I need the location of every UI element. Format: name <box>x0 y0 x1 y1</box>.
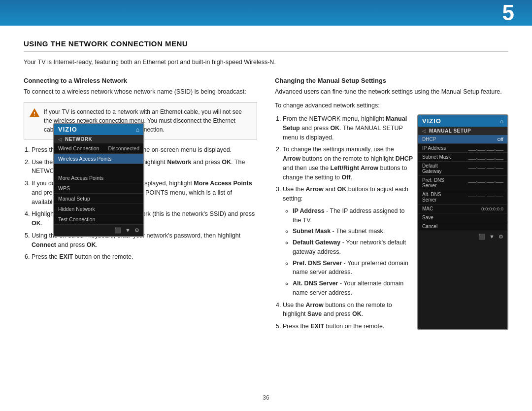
para-manual-2: To change advanced network settings: <box>275 101 508 110</box>
tv-body: Wired Connection Disconnected Wireless A… <box>54 143 143 225</box>
tv-wireless-label: Wireless Access Points <box>58 156 112 162</box>
tv-wired-label: Wired Connection <box>58 145 99 151</box>
tv-footer-icon-1: ⬛ <box>114 227 121 234</box>
tv2-gateway-label: DefaultGateway <box>422 163 441 174</box>
subsection-wireless: Connecting to a Wireless Network <box>24 77 257 84</box>
step-6: Press the EXIT button on the remote. <box>32 252 257 262</box>
tv2-mac-value: 0:0:0:0:0:0 <box>481 206 503 211</box>
tv-row-hidden: Hidden Network <box>54 204 143 214</box>
tv-footer-icon-2: ▼ <box>125 227 131 234</box>
tv-row-more: More Access Points <box>54 173 143 183</box>
tv-row-manual: Manual Setup <box>54 194 143 204</box>
tv-hidden-label: Hidden Network <box>58 206 95 212</box>
tv-gap <box>54 164 143 173</box>
tv2-row-cancel: Cancel <box>418 222 507 231</box>
tv-wired-value: Disconnected <box>108 145 139 151</box>
page-content: USING THE NETWORK CONNECTION MENU Your T… <box>0 26 532 411</box>
two-column-layout: Connecting to a Wireless Network To conn… <box>24 71 508 390</box>
intro-text: Your TV is Internet-ready, featuring bot… <box>24 58 508 67</box>
right-steps-area: From the NETWORK menu, highlight Manual … <box>275 114 508 335</box>
tv2-header: VIZIO ⌂ <box>418 115 507 127</box>
tv2-row-dhcp: DHCP Off <box>418 135 507 144</box>
tv-submenu-header: ◁ NETWORK <box>54 135 143 143</box>
tv-row-wired: Wired Connection Disconnected <box>54 143 143 154</box>
right-steps-list: From the NETWORK menu, highlight Manual … <box>275 114 413 331</box>
tv-test-label: Test Connection <box>58 216 95 222</box>
tv2-ip-value: ___.___.___.___ <box>468 145 503 151</box>
tv-header: VIZIO ⌂ <box>54 124 143 135</box>
tv2-row-dns-pref: Pref. DNSServer ___.___.___.___ <box>418 176 507 190</box>
tv2-row-mac: MAC 0:0:0:0:0:0 <box>418 205 507 213</box>
tv-screen-manual: VIZIO ⌂ ◁ MANUAL SETUP DHCP Off IP Addr <box>417 114 508 330</box>
tv-manual-label: Manual Setup <box>58 196 90 202</box>
tv2-row-ip: IP Address ___.___.___.___ <box>418 144 507 153</box>
tv2-row-gateway: DefaultGateway ___.___.___.___ <box>418 162 507 176</box>
warning-icon <box>29 107 40 118</box>
right-step-2: To change the settings manually, use the… <box>283 145 413 182</box>
tv2-subnet-value: ___.___.___.___ <box>468 154 503 160</box>
bullet-ip: IP Address - The IP address assigned to … <box>293 206 413 225</box>
tv2-back-arrow: ◁ <box>422 128 426 134</box>
tv-home-icon: ⌂ <box>136 126 139 133</box>
tv-footer-icon-3: ⚙ <box>134 227 139 234</box>
tv2-row-dns-alt: Alt. DNSServer ___.___.___.___ <box>418 190 507 205</box>
tv2-footer-icon-2: ▼ <box>489 234 495 240</box>
subsection-manual: Changing the Manual Setup Settings <box>275 77 508 84</box>
top-bar: 5 <box>0 0 532 26</box>
tv2-dns-pref-value: ___.___.___.___ <box>468 177 503 188</box>
right-step-1: From the NETWORK menu, highlight Manual … <box>283 114 413 142</box>
tv2-gateway-value: ___.___.___.___ <box>468 163 503 174</box>
tv2-row-subnet: Subnet Mask ___.___.___.___ <box>418 153 507 162</box>
page-number: 36 <box>24 394 508 401</box>
tv2-submenu-header: ◁ MANUAL SETUP <box>418 127 507 135</box>
bullet-subnet: Subnet Mask - The subnet mask. <box>293 227 413 236</box>
tv2-dns-alt-label: Alt. DNSServer <box>422 192 441 203</box>
tv2-mac-label: MAC <box>422 206 433 211</box>
bullet-dns-pref: Pref. DNS Server - Your preferred domain… <box>293 259 413 277</box>
section-title: USING THE NETWORK CONNECTION MENU <box>24 39 508 52</box>
bullet-gateway: Default Gateway - Your network's default… <box>293 238 413 257</box>
right-steps-text: From the NETWORK menu, highlight Manual … <box>275 114 413 335</box>
tv2-dhcp-label: DHCP <box>422 137 436 142</box>
tv-row-wps: WPS <box>54 183 143 194</box>
tv2-footer: ⬛ ▼ ⚙ <box>418 231 507 242</box>
tv2-footer-icon-1: ⬛ <box>478 234 485 240</box>
left-column: Connecting to a Wireless Network To conn… <box>24 71 257 390</box>
tv2-row-save: Save <box>418 213 507 222</box>
tv2-body: DHCP Off IP Address ___.___.___.___ Subn… <box>418 135 507 231</box>
tv-row-wireless: Wireless Access Points <box>54 154 143 164</box>
tv2-logo: VIZIO <box>422 117 441 125</box>
tv2-dns-pref-label: Pref. DNSServer <box>422 177 444 188</box>
tv-footer: ⬛ ▼ ⚙ <box>54 225 143 236</box>
tv2-dns-alt-value: ___.___.___.___ <box>468 192 503 203</box>
right-step-3: Use the Arrow and OK buttons to adjust e… <box>283 185 413 297</box>
tv-wps-label: WPS <box>58 185 70 191</box>
chapter-number: 5 <box>502 2 514 24</box>
right-column: Changing the Manual Setup Settings Advan… <box>275 71 508 390</box>
tv-row-test: Test Connection <box>54 214 143 225</box>
tv2-menu-label: MANUAL SETUP <box>429 128 471 134</box>
settings-bullets: IP Address - The IP address assigned to … <box>283 206 413 298</box>
tv2-dhcp-value: Off <box>498 137 504 142</box>
tv2-subnet-label: Subnet Mask <box>422 154 451 160</box>
right-step-4: Use the Arrow buttons on the remote to h… <box>283 301 413 319</box>
tv-more-label: More Access Points <box>58 175 103 181</box>
tv2-footer-icon-3: ⚙ <box>499 234 503 240</box>
tv-logo: VIZIO <box>58 126 77 133</box>
tv2-cancel-label: Cancel <box>422 224 437 229</box>
tv-menu-label: NETWORK <box>65 137 92 142</box>
tv-back-arrow: ◁ <box>58 137 62 142</box>
tv2-ip-label: IP Address <box>422 145 446 151</box>
para-wireless: To connect to a wireless network whose n… <box>24 87 257 97</box>
tv2-home-icon: ⌂ <box>500 118 503 125</box>
para-manual-1: Advanced users can fine-tune the network… <box>275 87 508 97</box>
tv-screen-network: VIZIO ⌂ ◁ NETWORK Wired Connection Disco… <box>53 123 144 237</box>
bullet-dns-alt: Alt. DNS Server - Your alternate domain … <box>293 279 413 298</box>
right-step-5: Press the EXIT button on the remote. <box>283 322 413 331</box>
tv2-save-label: Save <box>422 215 433 220</box>
